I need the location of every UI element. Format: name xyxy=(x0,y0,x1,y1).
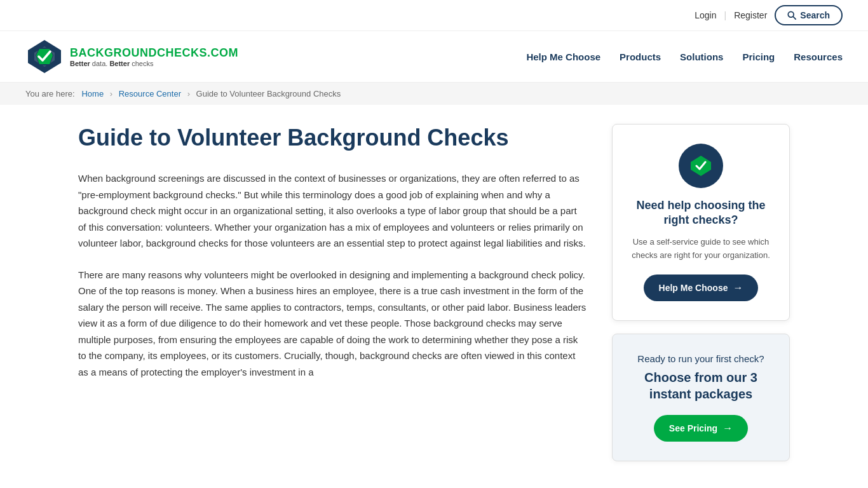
logo-icon xyxy=(25,37,64,76)
logo-link[interactable]: BACKGROUNDCHECKS.COM Better data. Better… xyxy=(25,37,238,76)
nav-resources[interactable]: Resources xyxy=(794,51,843,62)
logo-brand: BACKGROUNDCHECKS.COM xyxy=(70,46,238,60)
see-pricing-button[interactable]: See Pricing → xyxy=(654,415,748,442)
breadcrumb-home[interactable]: Home xyxy=(81,89,104,98)
svg-line-1 xyxy=(793,17,796,19)
article-paragraph-2: There are many reasons why volunteers mi… xyxy=(78,267,587,381)
sidebar-card2-heading2: Choose from our 3 instant packages xyxy=(628,369,774,402)
nav-help-me-choose[interactable]: Help Me Choose xyxy=(526,51,600,62)
diamond-check-icon xyxy=(689,154,713,178)
divider: | xyxy=(724,10,727,20)
logo-tagline: Better data. Better checks xyxy=(70,60,238,67)
breadcrumb-current: Guide to Volunteer Background Checks xyxy=(196,89,341,98)
sidebar-card1-body: Use a self-service guide to see which ch… xyxy=(628,236,774,262)
search-button[interactable]: Search xyxy=(775,5,843,25)
help-me-choose-label: Help Me Choose xyxy=(659,283,728,293)
nav-pricing[interactable]: Pricing xyxy=(742,51,775,62)
article-body: When background screenings are discussed… xyxy=(78,170,587,380)
arrow-right-icon-2: → xyxy=(722,423,733,434)
main-article: Guide to Volunteer Background Checks Whe… xyxy=(78,124,587,461)
main-nav: BACKGROUNDCHECKS.COM Better data. Better… xyxy=(0,31,868,83)
breadcrumb-prefix: You are here: xyxy=(25,89,75,98)
logo-brand-part2: CHECKS.COM xyxy=(157,46,238,59)
help-me-choose-button[interactable]: Help Me Choose → xyxy=(644,274,759,301)
article-paragraph-1: When background screenings are discussed… xyxy=(78,170,587,252)
nav-links: Help Me Choose Products Solutions Pricin… xyxy=(526,51,843,62)
breadcrumb-sep-2: › xyxy=(187,89,190,98)
sidebar-card1-heading: Need help choosing the right checks? xyxy=(628,198,774,228)
top-bar: Login | Register Search xyxy=(0,0,868,31)
breadcrumb: You are here: Home › Resource Center › G… xyxy=(0,83,868,105)
breadcrumb-resource-center[interactable]: Resource Center xyxy=(119,89,181,98)
arrow-right-icon: → xyxy=(733,282,743,294)
nav-solutions[interactable]: Solutions xyxy=(680,51,723,62)
search-label: Search xyxy=(800,10,830,20)
sidebar-card-pricing: Ready to run your first check? Choose fr… xyxy=(612,334,790,461)
logo-text: BACKGROUNDCHECKS.COM Better data. Better… xyxy=(70,46,238,67)
breadcrumb-sep-1: › xyxy=(110,89,112,98)
login-link[interactable]: Login xyxy=(695,10,716,20)
sidebar-card2-heading1: Ready to run your first check? xyxy=(628,353,774,364)
search-icon xyxy=(787,11,796,20)
content-wrapper: Guide to Volunteer Background Checks Whe… xyxy=(53,105,815,487)
register-link[interactable]: Register xyxy=(734,10,767,20)
page-title: Guide to Volunteer Background Checks xyxy=(78,124,587,151)
see-pricing-label: See Pricing xyxy=(669,423,717,433)
sidebar-card-help: Need help choosing the right checks? Use… xyxy=(612,124,790,321)
sidebar: Need help choosing the right checks? Use… xyxy=(612,124,790,461)
nav-products[interactable]: Products xyxy=(620,51,661,62)
logo-brand-part1: BACKGROUND xyxy=(70,46,157,59)
sidebar-card-icon xyxy=(679,144,723,188)
